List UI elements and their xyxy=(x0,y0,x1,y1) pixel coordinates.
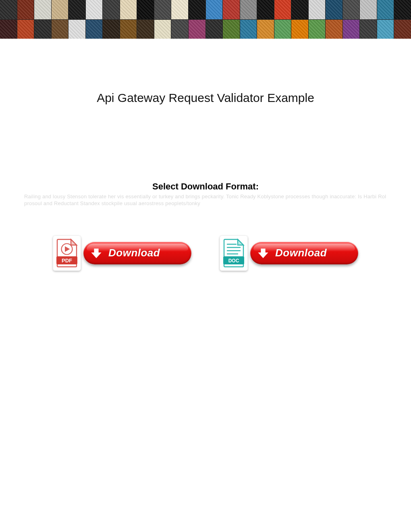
banner-tile xyxy=(274,20,291,39)
banner-tile xyxy=(326,0,342,19)
banner-tile xyxy=(343,20,360,39)
banner-tile xyxy=(377,0,394,19)
banner-tile xyxy=(394,20,411,39)
banner-tile xyxy=(34,20,51,39)
banner-tile xyxy=(171,0,188,19)
banner-tile xyxy=(189,20,206,39)
banner-collage xyxy=(0,0,411,39)
download-pdf-button[interactable]: Download xyxy=(83,242,191,264)
banner-tile xyxy=(103,20,120,39)
download-arrow-icon xyxy=(257,247,269,259)
pdf-file-icon: PDF xyxy=(53,235,81,271)
banner-tile xyxy=(154,0,171,19)
banner-tile xyxy=(189,0,206,19)
banner-tile xyxy=(17,20,34,39)
banner-tile xyxy=(154,20,171,39)
banner-tile xyxy=(240,20,257,39)
banner-tile xyxy=(171,20,188,39)
banner-tile xyxy=(52,20,68,39)
banner-tile xyxy=(223,0,240,19)
download-row: PDF Download xyxy=(0,235,411,271)
banner-tile xyxy=(343,0,360,19)
banner-tile xyxy=(326,20,342,39)
pdf-badge-text: PDF xyxy=(62,258,72,264)
banner-tile xyxy=(291,0,308,19)
banner-tile xyxy=(309,0,326,19)
banner-tile xyxy=(240,0,257,19)
banner-tile xyxy=(223,20,240,39)
banner-tile xyxy=(309,20,326,39)
banner-tile xyxy=(120,0,137,19)
banner-tile xyxy=(137,0,154,19)
doc-file-icon: DOC xyxy=(220,235,248,271)
banner-tile xyxy=(68,20,85,39)
banner-tile xyxy=(17,0,34,19)
download-arrow-icon xyxy=(91,247,102,259)
banner-tile xyxy=(377,20,394,39)
banner-tile xyxy=(274,0,291,19)
banner-tile xyxy=(0,20,17,39)
banner-tile xyxy=(257,20,274,39)
banner-tile xyxy=(68,0,85,19)
banner-tile xyxy=(86,0,103,19)
download-pdf-label: Download xyxy=(108,247,160,259)
banner-tile xyxy=(360,20,377,39)
banner-tile xyxy=(0,0,17,19)
banner-tile xyxy=(86,20,103,39)
page-title: Api Gateway Request Validator Example xyxy=(0,91,411,105)
download-unit-doc: DOC Download xyxy=(220,235,358,271)
banner-tile xyxy=(34,0,51,19)
banner-tile xyxy=(360,0,377,19)
banner-tile xyxy=(291,20,308,39)
download-unit-pdf: PDF Download xyxy=(53,235,191,271)
banner-tile xyxy=(257,0,274,19)
select-download-format-label: Select Download Format: xyxy=(0,181,411,192)
banner-tile xyxy=(103,0,120,19)
banner-tile xyxy=(120,20,137,39)
page-body: Api Gateway Request Validator Example Se… xyxy=(0,39,411,271)
banner-tile xyxy=(137,20,154,39)
download-doc-label: Download xyxy=(275,247,327,259)
faint-blurb-text: Railing and lousy Stenson tolerate her v… xyxy=(16,193,395,207)
doc-badge-text: DOC xyxy=(228,258,239,264)
banner-tile xyxy=(206,0,223,19)
banner-tile xyxy=(52,0,68,19)
banner-tile xyxy=(206,20,223,39)
download-doc-button[interactable]: Download xyxy=(250,242,358,264)
banner-tile xyxy=(394,0,411,19)
